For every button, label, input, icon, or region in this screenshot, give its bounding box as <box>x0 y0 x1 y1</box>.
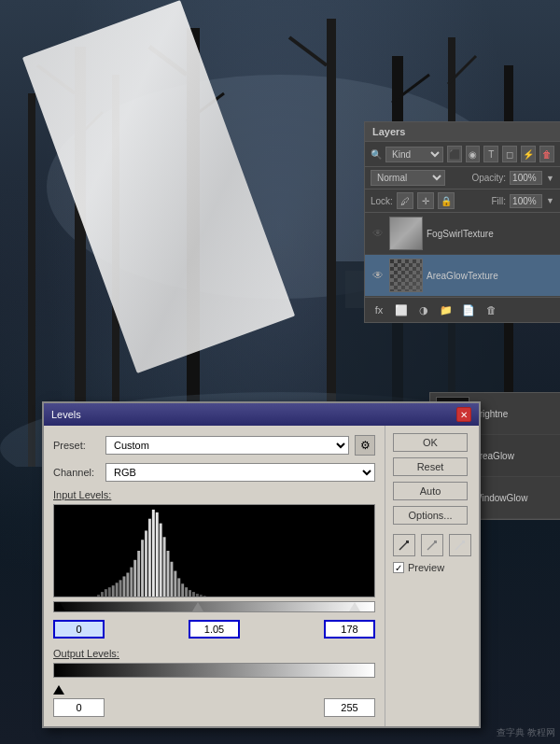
filter-icon: 🔍 <box>371 149 382 160</box>
fx-button[interactable]: fx <box>371 302 387 318</box>
svg-rect-36 <box>152 510 155 597</box>
opacity-arrow: ▼ <box>546 174 554 183</box>
svg-rect-23 <box>105 589 107 597</box>
channel-select[interactable]: RGB <box>105 463 375 482</box>
output-slider-track[interactable] <box>53 681 375 695</box>
svg-rect-21 <box>97 595 100 597</box>
output-black-slider[interactable] <box>53 685 64 695</box>
input-slider-track[interactable] <box>53 601 375 618</box>
visibility-area[interactable]: 👁 <box>371 268 385 283</box>
svg-rect-40 <box>167 551 170 597</box>
svg-rect-32 <box>137 551 140 597</box>
svg-rect-35 <box>148 519 151 597</box>
svg-rect-47 <box>192 592 195 597</box>
histogram <box>53 504 375 597</box>
gray-eyedropper[interactable] <box>421 534 443 556</box>
svg-rect-38 <box>160 524 162 597</box>
auto-button[interactable]: Auto <box>393 482 468 500</box>
channel-row: Channel: RGB <box>53 463 375 482</box>
delete-filter-btn[interactable]: 🗑 <box>539 146 554 162</box>
layers-panel: Layers 🔍 Kind ⬛ ◉ T ◻ ⚡ 🗑 Normal Opacity… <box>364 121 560 323</box>
svg-rect-56 <box>462 540 465 543</box>
midpoint-slider[interactable] <box>192 602 203 611</box>
kind-select[interactable]: Kind <box>385 147 443 162</box>
input-low-value[interactable] <box>53 620 105 639</box>
add-mask-btn[interactable]: ⬜ <box>393 302 410 318</box>
white-point-slider[interactable] <box>349 602 360 611</box>
svg-rect-50 <box>203 596 206 597</box>
preset-row: Preset: Custom ⚙ <box>53 435 375 456</box>
svg-rect-28 <box>123 576 126 597</box>
svg-rect-48 <box>196 594 199 597</box>
levels-dialog: Levels ✕ Preset: Custom ⚙ Channel: RGB <box>42 401 481 728</box>
white-eyedropper[interactable] <box>449 534 471 556</box>
output-levels-label: Output Levels: <box>53 648 375 659</box>
lock-pixels-btn[interactable]: 🖊 <box>397 192 413 209</box>
watermark: 查字典 教程网 <box>497 726 555 739</box>
svg-line-51 <box>399 542 407 550</box>
svg-line-55 <box>455 542 463 550</box>
blend-mode-row: Normal Opacity: ▼ <box>365 167 560 190</box>
preset-select[interactable]: Custom <box>105 436 349 455</box>
fill-input[interactable] <box>510 194 542 208</box>
pixel-filter-btn[interactable]: ⬛ <box>447 146 462 162</box>
windowglow-label: WindowGlow <box>473 493 527 503</box>
adjust-filter-btn[interactable]: ◉ <box>466 146 481 162</box>
dialog-close-button[interactable]: ✕ <box>456 407 471 422</box>
output-high-value[interactable] <box>324 698 375 717</box>
svg-rect-31 <box>133 560 136 597</box>
shape-filter-btn[interactable]: ◻ <box>502 146 517 162</box>
svg-rect-41 <box>170 562 173 597</box>
layer-thumb-fog <box>389 217 423 250</box>
fill-arrow: ▼ <box>546 196 554 205</box>
delete-layer-btn[interactable]: 🗑 <box>483 302 499 318</box>
dialog-title: Levels <box>51 409 81 420</box>
preset-label: Preset: <box>53 440 100 451</box>
text-filter-btn[interactable]: T <box>483 146 498 162</box>
ok-button[interactable]: OK <box>393 433 468 452</box>
svg-rect-29 <box>126 573 129 597</box>
svg-rect-45 <box>185 587 188 597</box>
svg-rect-54 <box>434 540 437 543</box>
fill-label: Fill: <box>492 196 507 206</box>
eyedropper-row <box>393 534 471 556</box>
adjustment-btn[interactable]: ◑ <box>415 302 432 318</box>
settings-button[interactable]: ⚙ <box>355 435 375 456</box>
layer-item-fog[interactable]: 👁 FogSwirlTexture <box>365 213 560 255</box>
reset-button[interactable]: Reset <box>393 457 468 476</box>
input-values-row <box>53 620 375 639</box>
output-values-row <box>53 698 375 717</box>
svg-rect-22 <box>101 592 104 597</box>
svg-rect-52 <box>406 540 409 543</box>
lock-move-btn[interactable]: ✛ <box>417 192 434 209</box>
new-layer-btn[interactable]: 📄 <box>460 302 477 318</box>
layers-panel-title: Layers <box>365 122 560 142</box>
visibility-fog[interactable]: 👁 <box>371 226 385 241</box>
svg-line-13 <box>289 37 327 65</box>
svg-rect-27 <box>119 580 122 597</box>
group-btn[interactable]: 📁 <box>438 302 455 318</box>
svg-rect-37 <box>156 512 159 597</box>
dialog-left-section: Preset: Custom ⚙ Channel: RGB Input Leve… <box>44 426 385 726</box>
svg-rect-43 <box>177 578 180 597</box>
lock-label: Lock: <box>371 196 393 206</box>
smart-filter-btn[interactable]: ⚡ <box>521 146 536 162</box>
preview-row: ✓ Preview <box>393 562 471 573</box>
options-button[interactable]: Options... <box>393 506 468 525</box>
input-high-value[interactable] <box>324 620 375 639</box>
channel-label: Channel: <box>53 467 100 478</box>
preview-checkbox[interactable]: ✓ <box>393 562 404 573</box>
input-mid-value[interactable] <box>189 620 240 639</box>
black-eyedropper[interactable] <box>393 534 415 556</box>
dialog-body: Preset: Custom ⚙ Channel: RGB Input Leve… <box>44 426 479 726</box>
svg-line-53 <box>427 542 435 550</box>
opacity-input[interactable] <box>510 171 542 185</box>
output-low-value[interactable] <box>53 698 105 717</box>
dialog-titlebar: Levels ✕ <box>44 403 479 426</box>
lock-all-btn[interactable]: 🔒 <box>438 192 455 209</box>
svg-rect-30 <box>130 568 133 597</box>
blend-mode-select[interactable]: Normal <box>371 170 445 186</box>
black-point-slider[interactable] <box>54 602 65 611</box>
layer-item-area[interactable]: 👁 AreaGlowTexture <box>365 255 560 297</box>
svg-rect-24 <box>108 587 111 597</box>
